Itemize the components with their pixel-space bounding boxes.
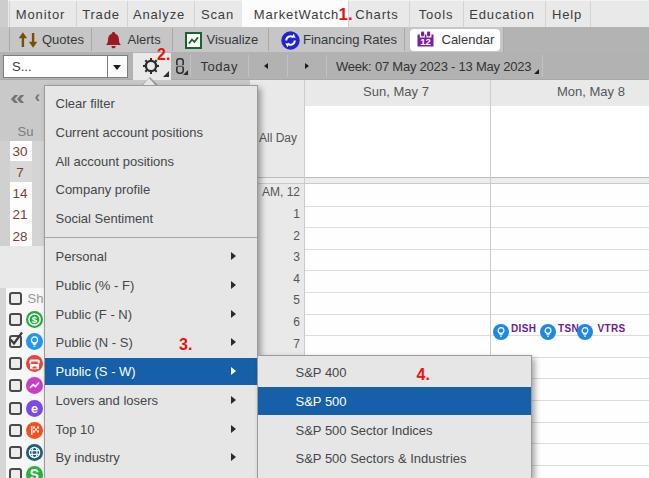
svg-text:e: e (31, 401, 38, 415)
svg-text:12: 12 (420, 36, 431, 47)
svg-text:$: $ (32, 313, 38, 324)
